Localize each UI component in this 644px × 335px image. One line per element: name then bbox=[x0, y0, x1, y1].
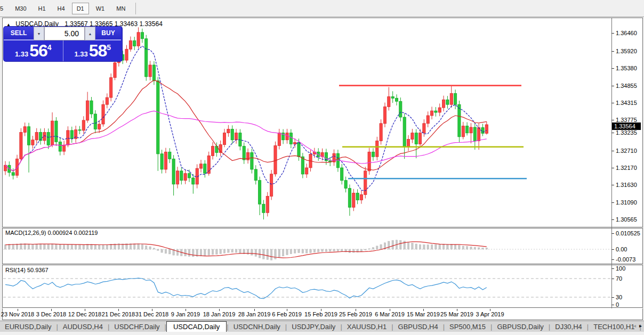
macd-bar bbox=[427, 245, 429, 249]
macd-bar bbox=[442, 244, 444, 249]
volume-input[interactable]: 5.00 bbox=[44, 27, 85, 40]
candle bbox=[82, 116, 85, 134]
macd-bar bbox=[28, 244, 29, 249]
candle bbox=[478, 124, 480, 150]
tab-audusd-h4[interactable]: AUDUSD,H4 bbox=[58, 322, 108, 332]
candle bbox=[188, 170, 190, 182]
macd-bar bbox=[365, 249, 366, 250]
tab-tech100-h1[interactable]: TECH100,H1 bbox=[589, 322, 639, 332]
indicator-axis-tick bbox=[611, 268, 614, 269]
date-axis-tick bbox=[152, 309, 152, 311]
macd-bar bbox=[267, 249, 268, 259]
tab-usdcnh-daily[interactable]: USDCNH,Daily bbox=[229, 322, 285, 332]
macd-bar bbox=[216, 249, 218, 254]
date-axis-label: 28 Jan 2019 bbox=[238, 311, 271, 317]
candle bbox=[399, 97, 402, 121]
volume-decrease-button[interactable]: ▼ bbox=[34, 27, 44, 40]
price-axis-tick bbox=[611, 133, 614, 133]
candle bbox=[204, 160, 206, 178]
macd-bar bbox=[368, 249, 370, 249]
candle bbox=[176, 167, 179, 188]
candle bbox=[114, 59, 116, 80]
macd-panel-separator[interactable] bbox=[2, 227, 643, 228]
macd-bar bbox=[9, 244, 10, 249]
candle bbox=[219, 141, 222, 157]
window-bottom-border bbox=[2, 320, 643, 320]
candle bbox=[70, 127, 73, 143]
price-axis-tick bbox=[611, 68, 614, 69]
date-axis-tick bbox=[118, 309, 119, 311]
buy-price[interactable]: 1.33 58 5 bbox=[63, 40, 123, 61]
macd-bar bbox=[360, 249, 362, 251]
macd-bar bbox=[157, 249, 159, 250]
macd-bar bbox=[188, 249, 190, 256]
indicator-axis-tick bbox=[611, 249, 614, 250]
candle bbox=[129, 37, 132, 52]
tab-scroll-right-icon[interactable]: ▸ bbox=[639, 323, 642, 329]
tab-eurusd-daily[interactable]: EURUSD,Daily bbox=[0, 322, 56, 332]
macd-bar bbox=[294, 249, 296, 253]
candle bbox=[27, 123, 30, 173]
sell-button[interactable]: SELL bbox=[4, 27, 34, 40]
macd-bar bbox=[306, 249, 308, 253]
candle bbox=[4, 161, 6, 175]
date-axis-separator bbox=[2, 307, 643, 308]
indicator-axis-label: -0.0073 bbox=[616, 256, 635, 263]
date-axis-tick bbox=[186, 309, 186, 311]
macd-bar bbox=[223, 249, 225, 253]
tab-xauusd-h1[interactable]: XAUUSD,H1 bbox=[342, 322, 391, 332]
rsi-panel-separator[interactable] bbox=[2, 264, 643, 265]
indicator-axis-label: 0 bbox=[616, 301, 619, 308]
buy-price-sup: 5 bbox=[107, 43, 111, 52]
buy-button[interactable]: BUY bbox=[95, 27, 121, 40]
candle bbox=[352, 189, 355, 211]
candle bbox=[106, 93, 108, 108]
macd-bar bbox=[94, 245, 96, 249]
macd-bar bbox=[208, 249, 210, 255]
macd-bar bbox=[63, 245, 65, 249]
candle bbox=[274, 142, 277, 177]
date-axis-tick bbox=[390, 309, 390, 311]
tab-dj30-h4[interactable]: DJ30,H4 bbox=[550, 322, 587, 332]
date-axis-label: 3 Dec 2018 bbox=[36, 311, 66, 317]
macd-bar bbox=[482, 248, 484, 249]
macd-bar bbox=[204, 249, 206, 256]
macd-bar bbox=[290, 249, 292, 254]
macd-bar bbox=[380, 244, 382, 249]
candle bbox=[152, 61, 155, 85]
candle bbox=[403, 113, 406, 159]
tab-usdchf-daily[interactable]: USDCHF,Daily bbox=[109, 322, 164, 332]
candle bbox=[149, 61, 151, 80]
date-axis-label: 9 Jan 2019 bbox=[171, 311, 200, 317]
macd-bar bbox=[44, 244, 45, 249]
candle bbox=[470, 123, 472, 143]
candle bbox=[223, 129, 226, 148]
candle bbox=[172, 155, 175, 195]
macd-bar bbox=[47, 244, 49, 249]
tab-gbpusd-h4[interactable]: GBPUSD,H4 bbox=[393, 322, 443, 332]
macd-bar bbox=[239, 249, 241, 253]
tab-usdcad-daily[interactable]: USDCAD,Daily bbox=[166, 321, 227, 332]
candle bbox=[473, 124, 476, 150]
macd-bar bbox=[212, 249, 213, 255]
price-axis-label: 1.31630 bbox=[616, 182, 637, 188]
tab-sp500-m15[interactable]: SP500,M15 bbox=[445, 322, 490, 332]
candle bbox=[184, 169, 187, 184]
candle bbox=[207, 152, 210, 176]
candle bbox=[485, 121, 488, 134]
candle bbox=[321, 149, 324, 161]
volume-increase-button[interactable]: ▲ bbox=[85, 27, 95, 40]
macd-bar bbox=[146, 246, 147, 249]
tab-scroll-left-icon[interactable]: ◂ bbox=[633, 323, 636, 329]
tab-usdjpy-daily[interactable]: USDJPY,Daily bbox=[287, 322, 340, 332]
macd-bar bbox=[353, 249, 355, 252]
candle bbox=[270, 170, 273, 200]
date-axis-label: 25 Mar 2019 bbox=[440, 311, 473, 317]
date-axis-tick bbox=[287, 309, 287, 311]
macd-bar bbox=[486, 248, 487, 249]
macd-bar bbox=[99, 245, 100, 249]
tab-gbpusd-daily[interactable]: GBPUSD,Daily bbox=[492, 322, 548, 332]
sell-price[interactable]: 1.33 56 4 bbox=[4, 40, 63, 61]
macd-bar bbox=[310, 249, 311, 253]
macd-bar bbox=[376, 246, 378, 249]
